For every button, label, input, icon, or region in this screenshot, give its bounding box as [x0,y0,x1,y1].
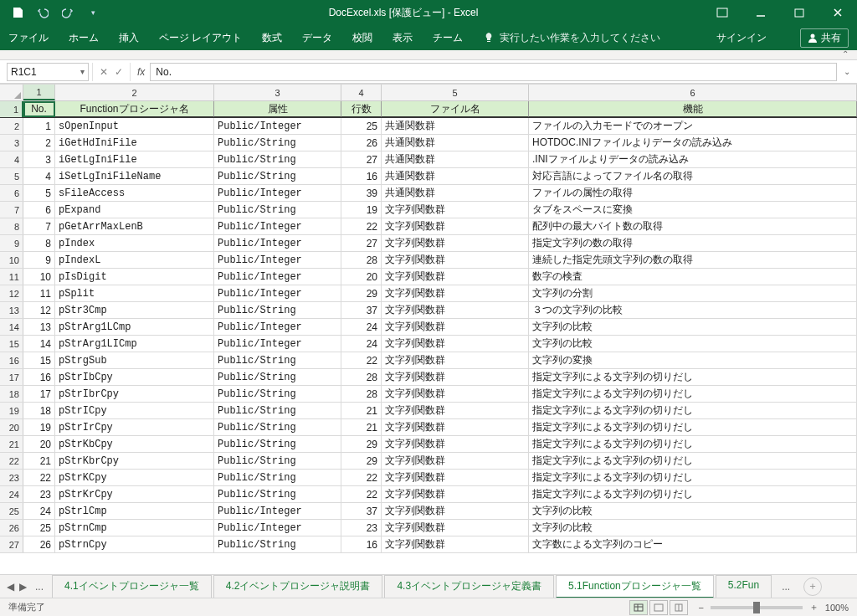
cell-lines[interactable]: 24 [341,319,382,335]
cell-file[interactable]: 共通関数群 [382,168,529,184]
cell-attr[interactable]: Public/Integer [214,269,341,285]
cell-proc-name[interactable]: sOpenInput [55,118,214,134]
cell-lines[interactable]: 22 [341,486,382,502]
cell-attr[interactable]: Public/Integer [214,252,341,268]
minimize-button[interactable] [742,0,780,25]
cell-proc-name[interactable]: pIndex [55,235,214,251]
sheet-nav-prev[interactable]: ◀ [7,581,14,593]
column-header[interactable]: 1 [23,85,55,100]
row-header[interactable]: 13 [0,302,23,318]
header-no[interactable]: No. [23,101,55,117]
redo-button[interactable] [57,3,79,22]
cell-proc-name[interactable]: pExpand [55,202,214,218]
cell-proc-name[interactable]: pGetArrMaxLenB [55,218,214,234]
row-header[interactable]: 17 [0,369,23,385]
cell-lines[interactable]: 28 [341,369,382,385]
cell-proc-name[interactable]: pStrIbCpy [55,369,214,385]
cell-no[interactable]: 3 [23,151,55,167]
row-header[interactable]: 26 [0,520,23,536]
cell-no[interactable]: 17 [23,386,55,402]
zoom-level[interactable]: 100% [825,603,849,613]
cell-attr[interactable]: Public/String [214,470,341,485]
cell-lines[interactable]: 39 [341,185,382,201]
cell-attr[interactable]: Public/Integer [214,503,341,519]
cell-func[interactable]: 連続した指定先頭文字列の数の取得 [529,252,857,268]
cell-lines[interactable]: 16 [341,168,382,184]
cell-no[interactable]: 18 [23,403,55,418]
row-header[interactable]: 14 [0,319,23,335]
cell-attr[interactable]: Public/String [214,302,341,318]
share-button[interactable]: 共有 [800,28,849,48]
cell-file[interactable]: 共通関数群 [382,151,529,167]
cell-no[interactable]: 22 [23,470,55,485]
cell-func[interactable]: 指定文字列による文字列の切りだし [529,419,857,435]
row-header[interactable]: 21 [0,436,23,452]
cell-attr[interactable]: Public/Integer [214,218,341,234]
cell-attr[interactable]: Public/String [214,168,341,184]
cell-no[interactable]: 7 [23,218,55,234]
cell-file[interactable]: 文字列関数群 [382,503,529,519]
cell-func[interactable]: 文字列の比較 [529,503,857,519]
cell-no[interactable]: 4 [23,168,55,184]
cell-attr[interactable]: Public/Integer [214,118,341,134]
cell-proc-name[interactable]: pStrIbrCpy [55,386,214,402]
cell-lines[interactable]: 29 [341,453,382,469]
signin-link[interactable]: サインイン [716,31,767,45]
row-header[interactable]: 7 [0,202,23,218]
row-header[interactable]: 8 [0,218,23,234]
cell-no[interactable]: 20 [23,436,55,452]
cell-attr[interactable]: Public/String [214,436,341,452]
cell-func[interactable]: 指定文字列の数の取得 [529,235,857,251]
cell-no[interactable]: 8 [23,235,55,251]
tell-me-search[interactable]: 実行したい作業を入力してください [483,31,696,45]
column-header[interactable]: 5 [382,85,529,100]
column-header[interactable]: 2 [55,85,214,100]
cell-file[interactable]: 文字列関数群 [382,252,529,268]
header-file[interactable]: ファイル名 [382,101,529,117]
cell-lines[interactable]: 27 [341,235,382,251]
cell-func[interactable]: 配列中の最大バイト数の取得 [529,218,857,234]
cell-lines[interactable]: 21 [341,419,382,435]
row-header[interactable]: 15 [0,336,23,352]
header-attr[interactable]: 属性 [214,101,341,117]
cell-proc-name[interactable]: pStrArg1LCmp [55,319,214,335]
cell-lines[interactable]: 22 [341,470,382,485]
tab-view[interactable]: 表示 [393,25,413,50]
cell-no[interactable]: 21 [23,453,55,469]
row-header[interactable]: 16 [0,352,23,368]
cell-func[interactable]: タブをスペースに変換 [529,202,857,218]
cell-file[interactable]: 文字列関数群 [382,520,529,536]
cell-no[interactable]: 6 [23,202,55,218]
cell-attr[interactable]: Public/String [214,386,341,402]
cell-no[interactable]: 24 [23,503,55,519]
cell-proc-name[interactable]: iSetLgIniFileName [55,168,214,184]
cell-attr[interactable]: Public/Integer [214,185,341,201]
cell-proc-name[interactable]: pStrICpy [55,403,214,418]
cell-lines[interactable]: 16 [341,536,382,552]
row-header[interactable]: 19 [0,403,23,418]
cell-proc-name[interactable]: pStrlCmp [55,503,214,519]
cell-no[interactable]: 10 [23,269,55,285]
row-header[interactable]: 4 [0,151,23,167]
header-func[interactable]: 機能 [529,101,857,117]
cell-attr[interactable]: Public/String [214,369,341,385]
cell-func[interactable]: 文字列の変換 [529,352,857,368]
name-box[interactable]: R1C1 ▾ [7,63,89,81]
row-header[interactable]: 10 [0,252,23,268]
cell-attr[interactable]: Public/String [214,536,341,552]
cell-func[interactable]: 指定文字列による文字列の切りだし [529,386,857,402]
cancel-formula-icon[interactable]: ✕ [100,66,108,78]
zoom-slider[interactable] [711,606,803,609]
cell-func[interactable]: 文字列の分割 [529,285,857,301]
cell-func[interactable]: 指定文字列による文字列の切りだし [529,486,857,502]
cell-attr[interactable]: Public/Integer [214,319,341,335]
cell-no[interactable]: 13 [23,319,55,335]
ribbon-display-options[interactable] [703,0,742,25]
cell-attr[interactable]: Public/String [214,419,341,435]
cell-file[interactable]: 文字列関数群 [382,218,529,234]
cell-no[interactable]: 25 [23,520,55,536]
tab-insert[interactable]: 挿入 [119,25,139,50]
tab-data[interactable]: データ [302,25,332,50]
tab-file[interactable]: ファイル [8,25,49,50]
tab-team[interactable]: チーム [433,25,463,50]
